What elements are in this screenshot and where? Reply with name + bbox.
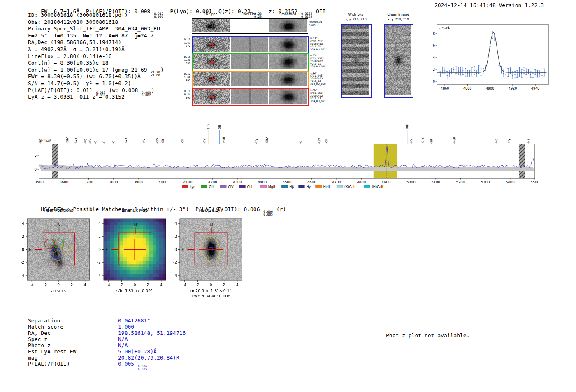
fiber-positions-overlay: -4-4-2-2002244NEarcsecs bbox=[13, 216, 96, 300]
svg-text:CIII: CIII bbox=[247, 185, 252, 189]
elixer-report-page: EW: 6.7±1.6Å P(LAE)/P(OII): 0.008 0.0120… bbox=[0, 0, 576, 392]
match-row: Est LyA rest-EW5.00(±0.28)Å bbox=[28, 348, 76, 355]
info-plae: P(LAE)/P(OII): 0.011 0.0130.009 (w: 0.00… bbox=[28, 87, 164, 94]
centroid-crosshair bbox=[124, 239, 146, 260]
svg-text:0: 0 bbox=[98, 248, 101, 252]
svg-text:-4: -4 bbox=[97, 274, 101, 278]
svg-text:2: 2 bbox=[174, 234, 177, 239]
fit-plot: 0246848604880490049204940e⁻¹⁷x2Å bbox=[433, 25, 549, 90]
with-sky-panel bbox=[341, 24, 372, 98]
col-header-pixelflat: Pixel Flat bbox=[230, 12, 267, 16]
info-ewr: EWr = 8.30(±0.55) (w: 6.70(±0.35))Å bbox=[28, 73, 164, 80]
fiber-footprints bbox=[38, 225, 78, 269]
svg-text:0: 0 bbox=[22, 248, 24, 252]
row-smoothed-image bbox=[269, 37, 307, 52]
svg-text:4700: 4700 bbox=[332, 180, 341, 184]
match-row-label: Photo z bbox=[28, 342, 51, 348]
legend: LyαOIICIVCIIIMgIIHβHγHeII(K)CaII(H)CaII bbox=[182, 185, 383, 189]
spec2d-column-headers: 2D Spec Pixel Flat Smoothed bbox=[192, 12, 307, 17]
match-row: RA, Dec198.586148, 51.194716 bbox=[28, 330, 51, 336]
svg-text:5500: 5500 bbox=[530, 180, 539, 184]
svg-text:3700: 3700 bbox=[84, 180, 93, 184]
photz-note: Phot z plot not available. bbox=[386, 332, 470, 339]
svg-text:4: 4 bbox=[22, 221, 24, 225]
row-pixelflat-image bbox=[231, 72, 268, 86]
svg-text:0: 0 bbox=[174, 248, 177, 252]
svg-text:OIII: OIII bbox=[406, 124, 409, 129]
svg-text:HeII: HeII bbox=[222, 137, 225, 143]
with-sky-image bbox=[342, 25, 369, 95]
svg-text:2: 2 bbox=[433, 68, 435, 72]
svg-text:CII: CII bbox=[181, 139, 184, 143]
match-row: Separation0.0412681" bbox=[28, 318, 60, 324]
cutout-caption: m:20.9 re:1.8" s:0.1" bbox=[190, 288, 232, 293]
svg-text:E: E bbox=[29, 248, 31, 252]
weighted-smoothed-image bbox=[269, 19, 307, 32]
svg-text:OII: OII bbox=[94, 139, 97, 143]
line-fit-chart: 0246848604880490049204940e⁻¹⁷x2Å bbox=[426, 20, 552, 96]
svg-text:2: 2 bbox=[98, 234, 101, 239]
match-row-value: 0.005 0.0060.005 bbox=[118, 361, 148, 371]
svg-text:2: 2 bbox=[22, 234, 24, 239]
svg-text:4: 4 bbox=[174, 221, 177, 225]
fiber-row-images bbox=[192, 88, 309, 106]
match-row: Spec zN/A bbox=[28, 336, 47, 342]
weighted-pixelflat-blank bbox=[230, 19, 268, 33]
fiber-row-images bbox=[192, 36, 309, 54]
svg-text:Hβ: Hβ bbox=[289, 185, 294, 189]
col-header-smoothed: Smoothed bbox=[268, 12, 307, 16]
svg-text:4: 4 bbox=[433, 56, 435, 60]
hsc-cutout-overlay: -4-4-2-2002244NEm:20.9 re:1.8" s:0.1"EWr… bbox=[166, 216, 249, 300]
svg-text:8: 8 bbox=[433, 32, 435, 36]
svg-text:4: 4 bbox=[84, 283, 86, 287]
svg-text:4900: 4900 bbox=[486, 87, 494, 90]
svg-text:Hγ: Hγ bbox=[306, 185, 311, 189]
svg-text:MgII: MgII bbox=[268, 185, 275, 189]
info-ifu-amp: Primary Spec_Slot_IFU_AMP: 304_034_003_R… bbox=[28, 26, 164, 32]
col-header-2dspec: 2D Spec bbox=[192, 12, 229, 16]
svg-text:OII: OII bbox=[112, 139, 115, 143]
match-row-label: mag bbox=[28, 355, 37, 361]
svg-text:-2: -2 bbox=[21, 260, 24, 264]
full-spectrum-chart: 3500360037003800390040004100420043004400… bbox=[25, 110, 553, 197]
svg-text:Lyα: Lyα bbox=[74, 138, 77, 143]
info-lineflux: LineFlux = 2.80(±0.14)e-16 bbox=[28, 53, 164, 60]
svg-text:CIV: CIV bbox=[156, 138, 159, 143]
fiber-row-weights: 0.100.84391 bbox=[183, 90, 190, 100]
svg-text:-2: -2 bbox=[43, 283, 47, 287]
fiber-row-weights: 0.121.82392 bbox=[183, 72, 190, 82]
with-sky-title: With Sky bbox=[341, 12, 371, 16]
info-seeing: F=2.5" T=0.135 N̄=1.12 Ā=0.87 ḡ=24.7 bbox=[28, 32, 164, 39]
match-row: P(LAE)/P(OII)0.005 0.0060.005 bbox=[28, 361, 70, 367]
row-smoothed-image bbox=[269, 89, 307, 104]
clean-image-title: Clean Image bbox=[383, 12, 414, 16]
row-smoothed-image bbox=[269, 54, 307, 69]
svg-text:4200: 4200 bbox=[208, 180, 217, 184]
svg-text:3800: 3800 bbox=[109, 180, 118, 184]
match-table: Separation0.0412681"Match score1.000RA, … bbox=[28, 318, 234, 371]
svg-text:-2: -2 bbox=[120, 283, 123, 287]
svg-text:4940: 4940 bbox=[531, 87, 539, 90]
svg-text:Lyα: Lyα bbox=[190, 185, 196, 189]
match-row-label: Match score bbox=[28, 324, 63, 330]
svg-text:NV: NV bbox=[88, 139, 92, 143]
svg-text:SiIV: SiIV bbox=[66, 137, 69, 143]
svg-text:3500: 3500 bbox=[35, 180, 44, 184]
svg-text:-4: -4 bbox=[173, 274, 177, 278]
svg-text:OVI: OVI bbox=[203, 138, 206, 143]
svg-text:(H)CaII: (H)CaII bbox=[372, 185, 383, 189]
svg-text:CIV: CIV bbox=[228, 185, 234, 189]
weighted-sum-label: Weighted Sum bbox=[309, 21, 322, 27]
svg-text:Hβ: Hβ bbox=[527, 139, 530, 143]
fiber-row-annotation: 0.92"(711, 552)20180412v010_01304_RU_058 bbox=[310, 54, 339, 68]
svg-text:5400: 5400 bbox=[506, 180, 515, 184]
svg-text:SiIV: SiIV bbox=[265, 137, 269, 143]
svg-text:4000: 4000 bbox=[158, 180, 167, 184]
row-smoothed-image bbox=[269, 72, 307, 86]
masked-band bbox=[52, 144, 58, 178]
fiber-row-images bbox=[192, 53, 309, 72]
match-row-value: 0.0412681" bbox=[118, 318, 150, 324]
emission-line-markers: MgIISiIVLyαMgIINVOIIOIIOIILyαNVCIVSiIICI… bbox=[39, 124, 530, 144]
svg-text:4900: 4900 bbox=[382, 180, 391, 184]
svg-text:HeII: HeII bbox=[323, 185, 330, 189]
